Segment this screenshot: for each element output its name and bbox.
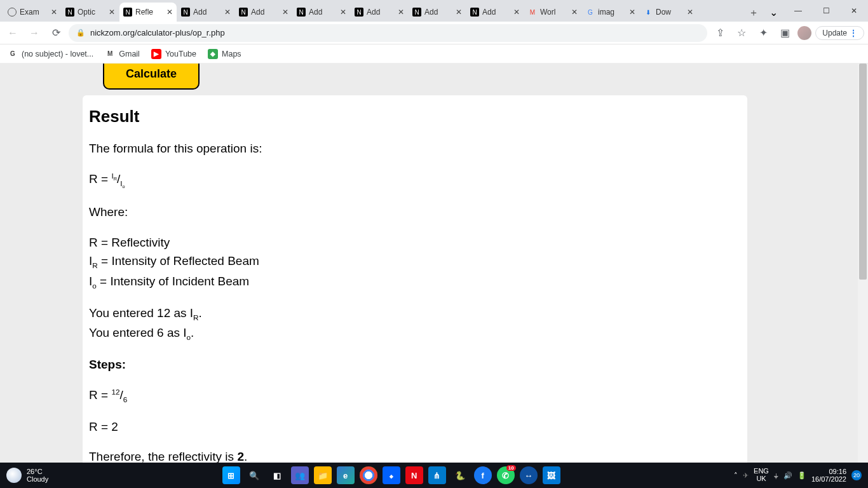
- tab-title: Add: [309, 8, 337, 17]
- wifi-icon[interactable]: ⏚: [774, 471, 778, 479]
- tab-title: Add: [424, 8, 453, 17]
- def-ir: IR = Intensity of Reflected Beam: [89, 253, 741, 271]
- close-window-button[interactable]: ✕: [840, 1, 868, 20]
- toolbar-right: ⇪ ☆ ✦ ▣ Update ⋮: [711, 24, 864, 42]
- update-label: Update: [822, 29, 847, 37]
- tab-close-icon[interactable]: ✕: [340, 8, 346, 17]
- python-icon[interactable]: 🐍: [451, 466, 469, 484]
- taskview-icon[interactable]: ◧: [268, 466, 286, 484]
- tab-close-icon[interactable]: ✕: [571, 8, 578, 17]
- calculate-button[interactable]: Calculate: [103, 64, 200, 90]
- profile-avatar[interactable]: [797, 26, 811, 40]
- tab-close-icon[interactable]: ✕: [51, 8, 57, 17]
- volume-icon[interactable]: 🔊: [783, 471, 792, 480]
- tab-close-icon[interactable]: ✕: [109, 8, 115, 17]
- tab-close-icon[interactable]: ✕: [456, 8, 462, 17]
- page-viewport: Calculate Result The formula for this op…: [0, 64, 868, 463]
- maximize-button[interactable]: ☐: [812, 1, 840, 20]
- extensions-icon[interactable]: ✦: [754, 24, 772, 42]
- teamviewer-icon[interactable]: ↔: [520, 466, 538, 484]
- tab-favicon: N: [65, 8, 74, 17]
- star-icon[interactable]: ☆: [733, 24, 750, 42]
- tab-title: Add: [193, 8, 222, 17]
- vscode-icon[interactable]: ⋔: [428, 466, 446, 484]
- tab-close-icon[interactable]: ✕: [629, 8, 635, 17]
- result-heading: Result: [89, 107, 741, 126]
- tray-chevron-icon[interactable]: ˄: [734, 471, 738, 480]
- tab-overflow-button[interactable]: ⌄: [763, 3, 784, 22]
- tab-close-icon[interactable]: ✕: [224, 8, 231, 17]
- bookmarks-bar: G(no subject) - lovet...MGmail▶YouTube◆M…: [0, 44, 868, 64]
- browser-tab[interactable]: MWorl✕: [524, 3, 581, 22]
- bookmark-label: Maps: [222, 50, 241, 58]
- bookmark-item[interactable]: G(no subject) - lovet...: [8, 49, 93, 59]
- forward-button[interactable]: →: [25, 24, 43, 42]
- tab-favicon: N: [470, 8, 479, 17]
- tab-close-icon[interactable]: ✕: [687, 8, 693, 17]
- browser-tab[interactable]: ⬇Dow✕: [640, 3, 697, 22]
- browser-tab[interactable]: NAdd✕: [466, 3, 524, 22]
- browser-tab[interactable]: NAdd✕: [293, 3, 350, 22]
- browser-tab[interactable]: Gimag✕: [582, 3, 639, 22]
- bookmark-icon: G: [8, 49, 18, 59]
- step-fraction: R = 12/6: [89, 387, 741, 405]
- steps-label: Steps:: [89, 356, 741, 373]
- explorer-icon[interactable]: 📁: [314, 466, 332, 484]
- chrome-icon[interactable]: [360, 466, 377, 484]
- clock[interactable]: 09:16 16/07/2022: [811, 468, 846, 483]
- start-button[interactable]: ⊞: [222, 466, 240, 484]
- search-icon[interactable]: 🔍: [245, 466, 263, 484]
- weather-cond: Cloudy: [27, 475, 48, 483]
- omnibox[interactable]: 🔒 nickzom.org/calculator-plus/op_r.php: [69, 24, 707, 42]
- scrollbar-track[interactable]: [858, 64, 868, 463]
- dropbox-icon[interactable]: ⬥: [383, 466, 400, 484]
- tab-favicon: N: [355, 8, 363, 17]
- formula: R = IR/Io: [89, 171, 741, 190]
- browser-tab[interactable]: NOptic✕: [62, 3, 119, 22]
- teams-icon[interactable]: 👥: [291, 466, 309, 484]
- back-button[interactable]: ←: [4, 24, 22, 42]
- edge-icon[interactable]: e: [337, 466, 355, 484]
- language-indicator[interactable]: ENG UK: [754, 468, 769, 482]
- minimize-button[interactable]: ―: [784, 1, 812, 20]
- tab-close-icon[interactable]: ✕: [398, 8, 404, 17]
- new-tab-button[interactable]: ＋: [745, 4, 763, 22]
- battery-icon[interactable]: 🔋: [797, 471, 806, 480]
- scrollbar-thumb[interactable]: [859, 64, 867, 280]
- browser-titlebar: Exam✕NOptic✕NRefle✕NAdd✕NAdd✕NAdd✕NAdd✕N…: [0, 0, 868, 22]
- tab-close-icon[interactable]: ✕: [282, 8, 288, 17]
- browser-tab[interactable]: NAdd✕: [177, 3, 234, 22]
- browser-tab[interactable]: NAdd✕: [351, 3, 408, 22]
- browser-tab[interactable]: NAdd✕: [409, 3, 466, 22]
- tab-strip: Exam✕NOptic✕NRefle✕NAdd✕NAdd✕NAdd✕NAdd✕N…: [0, 0, 745, 22]
- netflix-icon[interactable]: N: [405, 466, 423, 484]
- tab-title: Refle: [135, 8, 164, 17]
- taskbar-weather[interactable]: 26°C Cloudy: [0, 468, 55, 483]
- notification-badge[interactable]: 20: [851, 470, 862, 480]
- browser-toolbar: ← → ⟳ 🔒 nickzom.org/calculator-plus/op_r…: [0, 22, 868, 44]
- facebook-icon[interactable]: f: [474, 466, 492, 484]
- tab-close-icon[interactable]: ✕: [513, 8, 520, 17]
- share-icon[interactable]: ⇪: [711, 24, 729, 42]
- browser-tab[interactable]: Exam✕: [4, 3, 61, 22]
- window-controls: ― ☐ ✕: [784, 0, 868, 22]
- bookmark-item[interactable]: ◆Maps: [208, 49, 241, 59]
- photos-icon[interactable]: 🖼: [543, 466, 560, 484]
- browser-tab[interactable]: NRefle✕: [119, 3, 177, 22]
- tab-favicon: N: [297, 8, 306, 17]
- reload-button[interactable]: ⟳: [47, 24, 65, 42]
- update-button[interactable]: Update ⋮: [815, 26, 864, 40]
- tab-favicon: M: [528, 8, 537, 17]
- browser-tab[interactable]: NAdd✕: [235, 3, 292, 22]
- sidepanel-icon[interactable]: ▣: [776, 24, 794, 42]
- bookmark-label: YouTube: [165, 50, 196, 58]
- bookmark-icon: M: [105, 49, 115, 59]
- tray-sync-icon[interactable]: ✈: [743, 471, 749, 480]
- tab-close-icon[interactable]: ✕: [166, 8, 173, 17]
- bookmark-item[interactable]: MGmail: [105, 49, 140, 59]
- bookmark-item[interactable]: ▶YouTube: [151, 49, 196, 59]
- whatsapp-badge: 10: [506, 465, 516, 471]
- tab-title: Optic: [78, 8, 106, 17]
- whatsapp-icon[interactable]: ✆10: [497, 466, 515, 484]
- url-text: nickzom.org/calculator-plus/op_r.php: [90, 28, 225, 37]
